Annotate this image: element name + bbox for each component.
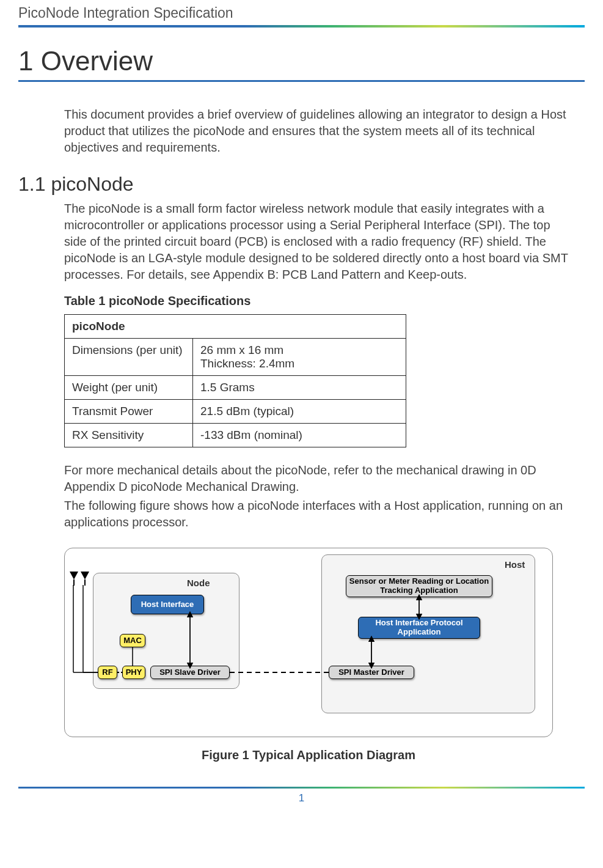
footer-gradient-rule bbox=[18, 787, 585, 789]
table-caption: Table 1 picoNode Specifications bbox=[64, 294, 585, 308]
spec-value: 1.5 Grams bbox=[193, 376, 406, 400]
spec-value: 26 mm x 16 mm Thickness: 2.4mm bbox=[193, 339, 406, 376]
connector-lines bbox=[65, 548, 554, 738]
table-row: Weight (per unit) 1.5 Grams bbox=[65, 376, 406, 400]
table-header: picoNode bbox=[65, 315, 406, 339]
table-row: RX Sensitivity -133 dBm (nominal) bbox=[65, 424, 406, 447]
section-heading-overview: 1 Overview bbox=[18, 46, 585, 82]
doc-header-title: PicoNode Integration Specification bbox=[18, 0, 585, 25]
header-gradient-rule bbox=[18, 25, 585, 28]
figure-1-diagram: Node Host Interface MAC RF PHY SPI Slave… bbox=[64, 548, 553, 737]
spec-label: Transmit Power bbox=[65, 400, 193, 424]
page-number: 1 bbox=[18, 792, 585, 804]
intro-paragraph: This document provides a brief overview … bbox=[64, 106, 572, 156]
spec-table: picoNode Dimensions (per unit) 26 mm x 1… bbox=[64, 314, 406, 447]
subsection-heading-piconode: 1.1 picoNode bbox=[18, 173, 585, 196]
post-table-paragraph-1: For more mechanical details about the pi… bbox=[64, 462, 572, 495]
spec-label: RX Sensitivity bbox=[65, 424, 193, 447]
spec-label: Weight (per unit) bbox=[65, 376, 193, 400]
subsection-intro-paragraph: The picoNode is a small form factor wire… bbox=[64, 200, 572, 283]
post-table-paragraph-2: The following figure shows how a picoNod… bbox=[64, 498, 572, 531]
figure-caption: Figure 1 Typical Application Diagram bbox=[64, 748, 553, 762]
table-row: Dimensions (per unit) 26 mm x 16 mm Thic… bbox=[65, 339, 406, 376]
spec-value: -133 dBm (nominal) bbox=[193, 424, 406, 447]
spec-value: 21.5 dBm (typical) bbox=[193, 400, 406, 424]
spec-label: Dimensions (per unit) bbox=[65, 339, 193, 376]
table-row: Transmit Power 21.5 dBm (typical) bbox=[65, 400, 406, 424]
